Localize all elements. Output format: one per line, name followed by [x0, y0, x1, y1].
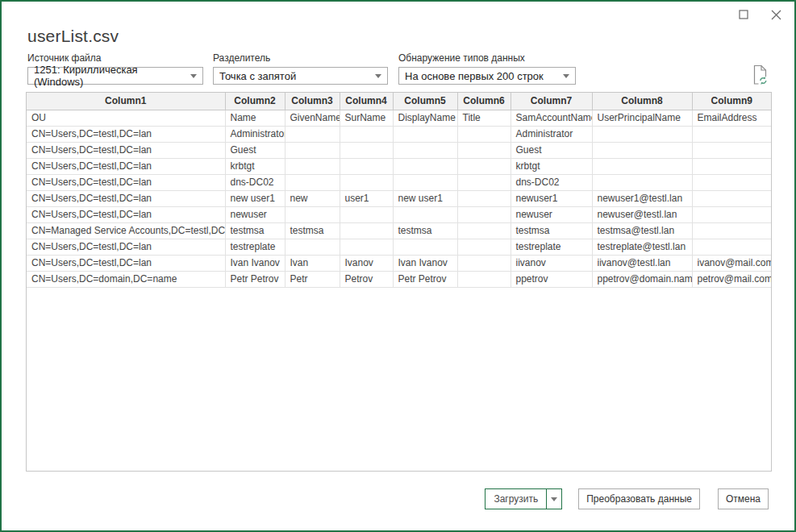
- table-cell: petrov@mail.com: [692, 271, 771, 287]
- table-row: CN=Users,DC=testl,DC=lankrbtgtkrbtgt: [27, 158, 771, 174]
- table-cell: dns-DC02: [225, 174, 285, 190]
- table-cell: ppetrov@domain.name: [592, 271, 692, 287]
- table-header-row: Column1Column2Column3Column4Column5Colum…: [27, 93, 771, 110]
- table-cell: [692, 126, 771, 142]
- table-cell: Ivanov: [340, 255, 393, 271]
- table-cell: testreplate@testl.lan: [592, 239, 692, 255]
- table-cell: [285, 239, 340, 255]
- column-header: Column5: [393, 93, 457, 110]
- table-cell: [592, 142, 692, 158]
- table-cell: CN=Users,DC=testl,DC=lan: [27, 142, 225, 158]
- table-cell: Title: [457, 110, 511, 126]
- table-cell: [457, 271, 511, 287]
- table-cell: Ivan: [285, 255, 340, 271]
- refresh-preview-button[interactable]: [749, 64, 770, 86]
- table-cell: [340, 158, 393, 174]
- table-row: OUNameGivenNameSurNameDisplayNameTitleSa…: [27, 110, 771, 126]
- table-cell: newuser: [225, 206, 285, 222]
- file-origin-label: Источник файла: [27, 52, 203, 64]
- table-cell: DisplayName: [393, 110, 457, 126]
- table-cell: Ivan Ivanov: [225, 255, 285, 271]
- table-cell: CN=Users,DC=testl,DC=lan: [27, 255, 225, 271]
- window-controls: [731, 6, 788, 23]
- table-cell: CN=Users,DC=testl,DC=lan: [27, 126, 225, 142]
- table-cell: Petrov: [340, 271, 393, 287]
- table-cell: [692, 142, 771, 158]
- delimiter-value: Точка с запятой: [219, 70, 296, 82]
- type-detection-select[interactable]: На основе первых 200 строк: [398, 67, 576, 85]
- table-cell: user1: [340, 190, 393, 206]
- table-row: CN=Users,DC=testl,DC=lanAdministratorAdm…: [27, 126, 771, 142]
- table-cell: [340, 222, 393, 239]
- table-cell: newuser1: [511, 190, 592, 206]
- table-cell: ppetrov: [511, 271, 592, 287]
- table-body: OUNameGivenNameSurNameDisplayNameTitleSa…: [27, 110, 771, 287]
- table-row: CN=Users,DC=testl,DC=landns-DC02dns-DC02: [27, 174, 771, 190]
- table-cell: [393, 142, 457, 158]
- table-cell: [692, 158, 771, 174]
- table-cell: OU: [27, 110, 225, 126]
- csv-import-dialog: userList.csv Источник файла 1251: Кирилл…: [0, 0, 796, 532]
- type-detection-label: Обнаружение типов данных: [398, 52, 576, 64]
- table-cell: [393, 126, 457, 142]
- transform-data-button[interactable]: Преобразовать данные: [578, 488, 700, 509]
- table-cell: [457, 206, 511, 222]
- column-header: Column6: [457, 93, 511, 110]
- table-cell: [457, 222, 511, 239]
- table-cell: testmsa: [225, 222, 285, 239]
- table-cell: [692, 222, 771, 239]
- table-cell: [692, 239, 771, 255]
- table-cell: CN=Users,DC=domain,DC=name: [27, 271, 225, 287]
- table-cell: Guest: [225, 142, 285, 158]
- table-cell: CN=Managed Service Accounts,DC=testl,DC=…: [27, 222, 225, 239]
- table-cell: testmsa: [285, 222, 340, 239]
- close-icon: [771, 10, 781, 20]
- column-header: Column7: [511, 93, 592, 110]
- table-cell: [285, 206, 340, 222]
- table-cell: [285, 158, 340, 174]
- table-cell: krbtgt: [511, 158, 592, 174]
- table-cell: [285, 174, 340, 190]
- maximize-button[interactable]: [731, 6, 756, 23]
- table-row: CN=Users,DC=testl,DC=lanGuestGuest: [27, 142, 771, 158]
- chevron-down-icon: [375, 74, 381, 78]
- load-button[interactable]: Загрузить: [485, 488, 547, 509]
- table-row: CN=Managed Service Accounts,DC=testl,DC=…: [27, 222, 771, 239]
- type-detection-field: Обнаружение типов данных На основе первы…: [398, 52, 576, 85]
- delimiter-label: Разделитель: [213, 52, 388, 64]
- table-cell: [285, 142, 340, 158]
- close-button[interactable]: [764, 6, 788, 23]
- table-cell: Guest: [511, 142, 592, 158]
- table-cell: [592, 126, 692, 142]
- table-cell: Petr Petrov: [225, 271, 285, 287]
- table-cell: [393, 174, 457, 190]
- table-cell: testreplate: [225, 239, 285, 255]
- delimiter-select[interactable]: Точка с запятой: [213, 67, 388, 85]
- table-cell: [393, 239, 457, 255]
- table-row: CN=Users,DC=domain,DC=namePetr PetrovPet…: [27, 271, 771, 287]
- file-origin-value: 1251: Кириллическая (Windows): [34, 64, 184, 88]
- table-cell: iivanov@testl.lan: [592, 255, 692, 271]
- table-cell: CN=Users,DC=testl,DC=lan: [27, 206, 225, 222]
- table-cell: [692, 206, 771, 222]
- table-cell: [340, 142, 393, 158]
- cancel-button[interactable]: Отмена: [718, 488, 769, 509]
- table-cell: [285, 126, 340, 142]
- file-origin-select[interactable]: 1251: Кириллическая (Windows): [27, 67, 203, 85]
- table-cell: EmailAddress: [692, 110, 771, 126]
- table-cell: new: [285, 190, 340, 206]
- table-row: CN=Users,DC=testl,DC=lantestreplatetestr…: [27, 239, 771, 255]
- type-detection-value: На основе первых 200 строк: [405, 70, 544, 82]
- table-cell: [692, 174, 771, 190]
- table-row: CN=Users,DC=testl,DC=lannew user1newuser…: [27, 190, 771, 206]
- table-cell: iivanov: [511, 255, 592, 271]
- table-cell: [457, 239, 511, 255]
- table-cell: [692, 190, 771, 206]
- table-cell: [393, 158, 457, 174]
- table-cell: GivenName: [285, 110, 340, 126]
- column-header: Column4: [340, 93, 393, 110]
- load-split-arrow-button[interactable]: [546, 488, 562, 509]
- table-cell: CN=Users,DC=testl,DC=lan: [27, 174, 225, 190]
- table-cell: Name: [225, 110, 285, 126]
- file-origin-field: Источник файла 1251: Кириллическая (Wind…: [27, 52, 203, 85]
